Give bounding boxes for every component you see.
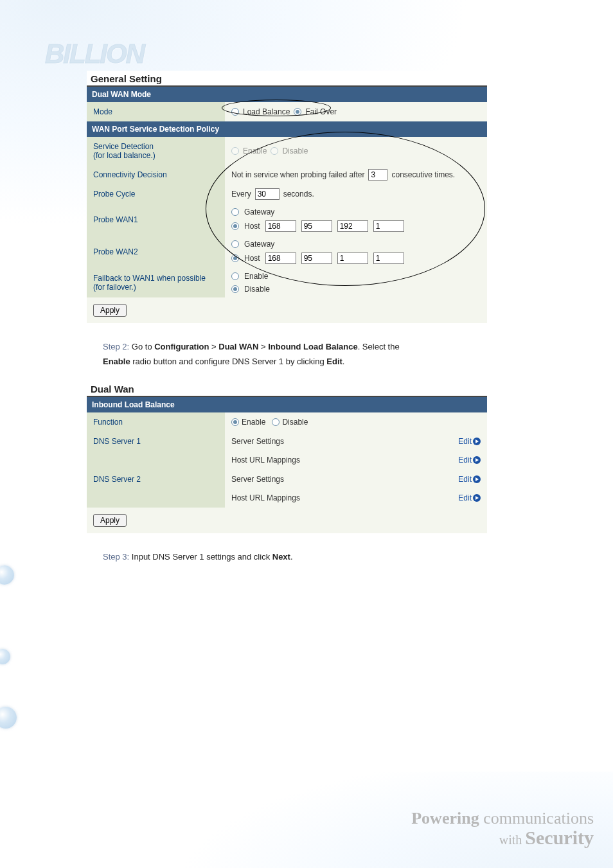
conn-fail-count-input[interactable]	[368, 169, 387, 181]
apply-button-2[interactable]: Apply	[93, 514, 127, 527]
step2-t3: radio button and configure DNS Server 1 …	[130, 357, 327, 366]
step2-b1: Configuration	[154, 342, 209, 351]
radio-function-enable[interactable]	[231, 418, 239, 426]
probe-cycle-input[interactable]	[255, 188, 280, 200]
dual-wan-panel: Dual Wan Inbound Load Balance Function E…	[87, 381, 487, 533]
gt-1: >	[209, 342, 218, 351]
edit-link-dns1-server[interactable]: Edit	[458, 437, 481, 446]
step2-t4: .	[342, 357, 345, 366]
enable-text-2: Enable	[244, 272, 268, 281]
step2-b2: Dual WAN	[218, 342, 258, 351]
gateway-text: Gateway	[244, 208, 274, 217]
dns2-label-spacer: .	[87, 488, 225, 508]
step3-b1: Next	[272, 552, 290, 562]
section-header-dual-wan-mode: Dual WAN Mode	[87, 87, 487, 102]
dns2-server-settings: Server Settings Edit	[225, 470, 487, 489]
radio-failback-enable[interactable]	[231, 272, 239, 280]
radio-fail-over[interactable]	[294, 108, 301, 116]
enable-text-3: Enable	[242, 418, 265, 427]
wan2-ip-3[interactable]	[337, 252, 368, 264]
footer-communications: communications	[479, 809, 594, 828]
mode-load-balance-text: Load Balance	[243, 107, 290, 116]
host-url-text-2: Host URL Mappings	[231, 493, 300, 502]
server-settings-text: Server Settings	[231, 437, 284, 446]
dns1-label-spacer: .	[87, 450, 225, 470]
edit-text: Edit	[458, 475, 472, 484]
probe-wan1-value: Gateway Host	[225, 204, 487, 236]
general-setting-panel: General Setting Dual WAN Mode Mode Load …	[87, 71, 487, 323]
wan2-ip-2[interactable]	[301, 252, 332, 264]
radio-wan1-gateway[interactable]	[231, 208, 239, 216]
row-service-detection: Service Detection (for load balance.) En…	[87, 137, 487, 165]
probe-cycle-label: Probe Cycle	[87, 184, 225, 204]
function-label: Function	[87, 412, 225, 432]
step3-t1: Input DNS Server 1 settings and click	[129, 552, 272, 562]
service-detection-label: Service Detection (for load balance.)	[87, 137, 225, 165]
row-probe-wan1: Probe WAN1 Gateway Host	[87, 204, 487, 236]
footer-powering: Powering	[411, 809, 479, 828]
panel-title: General Setting	[87, 71, 487, 87]
connectivity-label: Connectivity Decision	[87, 165, 225, 184]
footer-security: Security	[525, 827, 594, 848]
panel2-title: Dual Wan	[87, 381, 487, 397]
step3-lead: Step 3:	[103, 552, 129, 562]
disable-text-2: Disable	[244, 285, 270, 294]
section-header-wan-policy: WAN Port Service Detection Policy	[87, 121, 487, 137]
edit-link-dns2-server[interactable]: Edit	[458, 475, 481, 484]
row-connectivity: Connectivity Decision Not in service whe…	[87, 165, 487, 184]
edit-link-dns1-hosturl[interactable]: Edit	[458, 456, 481, 465]
function-value: Enable Disable	[225, 412, 487, 432]
radio-function-disable[interactable]	[272, 418, 280, 426]
dns1-host-url: Host URL Mappings Edit	[225, 450, 487, 470]
wan2-ip-1[interactable]	[265, 252, 296, 264]
probe-wan2-value: Gateway Host	[225, 236, 487, 268]
decorative-orb-icon	[0, 707, 17, 729]
wan1-ip-2[interactable]	[301, 220, 332, 232]
host-text: Host	[244, 222, 260, 231]
probe-wan2-label: Probe WAN2	[87, 236, 225, 268]
radio-wan1-host[interactable]	[231, 222, 239, 230]
radio-enable-disabled	[231, 147, 239, 155]
radio-failback-disable[interactable]	[231, 285, 239, 293]
step2-b4: Enable	[103, 357, 130, 366]
server-settings-text-2: Server Settings	[231, 475, 284, 484]
mode-fail-over-text: Fail Over	[305, 107, 337, 116]
apply-button[interactable]: Apply	[93, 304, 127, 317]
connectivity-value: Not in service when probing failed after…	[225, 165, 487, 184]
enable-text: Enable	[243, 146, 267, 155]
arrow-right-icon	[473, 438, 481, 445]
wan1-ip-4[interactable]	[373, 220, 404, 232]
row-mode: Mode Load Balance Fail Over	[87, 102, 487, 121]
row-dns2-a: DNS Server 2 Server Settings Edit	[87, 470, 487, 489]
wan2-ip-4[interactable]	[373, 252, 404, 264]
radio-load-balance[interactable]	[231, 108, 239, 116]
step2-b5: Edit	[326, 357, 342, 366]
radio-wan2-host[interactable]	[231, 254, 239, 262]
service-detection-value: Enable Disable	[225, 137, 487, 165]
row-dns2-b: . Host URL Mappings Edit	[87, 488, 487, 508]
gt-2: >	[258, 342, 268, 351]
disable-text: Disable	[282, 146, 308, 155]
host-text-2: Host	[244, 254, 260, 263]
edit-link-dns2-hosturl[interactable]: Edit	[458, 493, 481, 502]
radio-wan2-gateway[interactable]	[231, 240, 239, 248]
failback-label: Failback to WAN1 when possible (for fail…	[87, 268, 225, 297]
row-dns1-a: DNS Server 1 Server Settings Edit	[87, 432, 487, 451]
conn-text-a: Not in service when probing failed after	[231, 170, 364, 179]
decorative-orb-icon	[0, 565, 14, 585]
wan1-ip-3[interactable]	[337, 220, 368, 232]
arrow-right-icon	[473, 475, 481, 483]
edit-text: Edit	[458, 437, 472, 446]
step2-b3: Inbound Load Balance	[268, 342, 357, 351]
decorative-orb-icon	[0, 649, 10, 664]
mode-label: Mode	[87, 102, 225, 121]
footer-with: with	[499, 833, 526, 847]
step2-lead: Step 2:	[103, 342, 129, 351]
step2-t1: Go to	[129, 342, 154, 351]
wan1-ip-1[interactable]	[265, 220, 296, 232]
edit-text: Edit	[458, 456, 472, 465]
conn-text-b: consecutive times.	[391, 170, 455, 179]
footer-tagline: Powering communications with Security	[292, 796, 613, 868]
radio-disable-disabled	[271, 147, 278, 155]
arrow-right-icon	[473, 494, 481, 502]
